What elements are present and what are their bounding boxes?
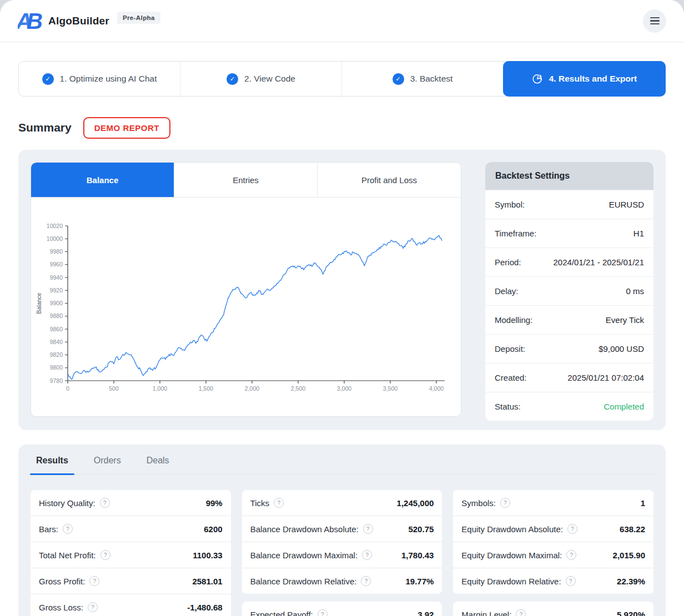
- settings-row-value: EURUSD: [609, 200, 644, 209]
- settings-row-value: $9,000 USD: [598, 344, 644, 354]
- x-tick-label: 2,000: [245, 385, 259, 392]
- stat-label-text: Gross Profit:: [39, 577, 85, 586]
- settings-row-label: Created:: [495, 373, 527, 382]
- stat-row: Balance Drawdown Maximal:?1,780.43: [242, 542, 442, 568]
- pie-chart-icon: [532, 73, 543, 84]
- y-tick-label: 9880: [50, 312, 63, 319]
- help-icon[interactable]: ?: [274, 498, 284, 508]
- help-icon[interactable]: ?: [100, 498, 110, 508]
- settings-row-label: Status:: [495, 402, 521, 411]
- stat-row: Gross Loss:?-1,480.68: [31, 594, 231, 616]
- check-circle-icon: ✓: [42, 73, 54, 85]
- settings-row-label: Timeframe:: [495, 229, 536, 238]
- demo-report-button[interactable]: DEMO REPORT: [83, 117, 170, 139]
- wizard-stepper: ✓1. Optimize using AI Chat✓2. View Code✓…: [18, 61, 666, 97]
- chart-tab-balance[interactable]: Balance: [31, 163, 174, 197]
- check-circle-icon: ✓: [227, 73, 238, 85]
- stat-label: Expected Payoff:?: [250, 609, 328, 616]
- stat-label: Balance Drawdown Maximal:?: [250, 550, 372, 560]
- stat-group: History Quality:?99%Bars:?6200Total Net …: [31, 490, 231, 616]
- help-icon[interactable]: ?: [63, 524, 73, 534]
- stat-label: Gross Profit:?: [39, 576, 99, 586]
- help-icon[interactable]: ?: [362, 550, 372, 560]
- y-tick-label: 9820: [50, 351, 63, 358]
- settings-row-label: Delay:: [495, 286, 519, 296]
- stat-group: Expected Payoff:?3.92: [242, 602, 442, 616]
- backtest-settings-rows: Symbol:EURUSDTimeframe:H1Period:2024/01/…: [485, 190, 653, 421]
- help-icon[interactable]: ?: [516, 609, 526, 616]
- help-icon[interactable]: ?: [363, 524, 373, 534]
- help-icon[interactable]: ?: [567, 524, 577, 534]
- results-card: ResultsOrdersDeals History Quality:?99%B…: [18, 445, 666, 616]
- stat-row: Expected Payoff:?3.92: [242, 602, 442, 616]
- help-icon[interactable]: ?: [500, 498, 510, 508]
- svg-text:B: B: [27, 11, 43, 32]
- stepper-step-label: 1. Optimize using AI Chat: [60, 74, 157, 84]
- x-tick-label: 1,000: [153, 385, 167, 392]
- stepper-step-label: 4. Results and Export: [549, 74, 637, 84]
- settings-row-value: H1: [633, 229, 644, 238]
- stepper-step-2[interactable]: ✓2. View Code: [180, 62, 342, 96]
- help-icon[interactable]: ?: [566, 576, 576, 586]
- chart-tab-profit-and-loss[interactable]: Profit and Loss: [318, 163, 461, 197]
- stat-label-text: Equity Drawdown Relative:: [461, 577, 561, 586]
- settings-row-label: Symbol:: [495, 200, 525, 209]
- stepper-step-1[interactable]: ✓1. Optimize using AI Chat: [19, 62, 180, 96]
- y-tick-label: 9860: [50, 326, 63, 332]
- stat-label: Equity Drawdown Relative:?: [461, 576, 575, 586]
- help-icon[interactable]: ?: [88, 602, 98, 612]
- stat-value: 1: [641, 498, 645, 508]
- x-tick-label: 3,000: [337, 385, 351, 392]
- settings-row: Delay:0 ms: [485, 276, 653, 305]
- stats-column-1: History Quality:?99%Bars:?6200Total Net …: [31, 490, 231, 616]
- stepper-step-label: 3. Backtest: [410, 74, 453, 84]
- settings-row-value: 2024/01/21 - 2025/01/21: [554, 257, 644, 267]
- stat-row: Total Net Profit:?1100.33: [31, 542, 231, 568]
- stat-label-text: Balance Drawdown Absolute:: [250, 524, 359, 534]
- stat-group: Symbols:?1Equity Drawdown Absolute:?638.…: [453, 490, 653, 594]
- stepper-step-label: 2. View Code: [244, 74, 295, 84]
- stat-label: Bars:?: [39, 524, 73, 534]
- help-icon[interactable]: ?: [100, 550, 110, 560]
- stat-row: Bars:?6200: [31, 516, 231, 542]
- stat-value: 1,780.43: [401, 551, 434, 560]
- chart-panel: BalanceEntriesProfit and Loss 9780980098…: [31, 162, 461, 417]
- settings-row-value: Completed: [603, 402, 644, 411]
- stat-value: 1100.33: [193, 551, 222, 560]
- algobuilder-app: { "header": { "brand": "AlgoBuilder", "b…: [0, 0, 684, 616]
- chart-body: 9780980098209840986098809900992099409960…: [31, 198, 461, 416]
- x-tick-label: 2,500: [291, 385, 305, 392]
- stepper-step-3[interactable]: ✓3. Backtest: [342, 62, 504, 96]
- stat-label-text: Ticks: [250, 498, 269, 508]
- stepper-step-4[interactable]: 4. Results and Export: [503, 61, 666, 97]
- help-icon[interactable]: ?: [566, 550, 576, 560]
- results-tab-deals[interactable]: Deals: [147, 456, 169, 474]
- stat-row: Equity Drawdown Maximal:?2,015.90: [453, 542, 653, 568]
- y-tick-label: 9840: [50, 339, 63, 345]
- stat-label: History Quality:?: [39, 498, 110, 508]
- balance-line-chart: 9780980098209840986098809900992099409960…: [31, 198, 461, 416]
- results-tab-orders[interactable]: Orders: [94, 456, 121, 474]
- algobuilder-logo-icon: A B: [18, 11, 43, 32]
- help-icon[interactable]: ?: [318, 609, 328, 616]
- stat-value: 2581.01: [192, 577, 222, 586]
- results-tab-results[interactable]: Results: [36, 456, 68, 474]
- y-tick-label: 9940: [50, 274, 63, 281]
- backtest-settings-panel: Backtest Settings Symbol:EURUSDTimeframe…: [485, 162, 653, 421]
- hamburger-menu-button[interactable]: [643, 9, 666, 33]
- page-title: Summary: [18, 121, 72, 134]
- brand-name: AlgoBuilder: [48, 15, 109, 27]
- stat-label: Equity Drawdown Absolute:?: [461, 524, 577, 534]
- y-tick-label: 9960: [50, 261, 63, 267]
- help-icon[interactable]: ?: [89, 576, 99, 586]
- stat-label: Balance Drawdown Relative:?: [250, 576, 371, 586]
- y-tick-label: 9900: [50, 300, 63, 306]
- stat-group: Margin Level:?5,920%: [453, 602, 653, 616]
- stat-label-text: Balance Drawdown Maximal:: [250, 551, 358, 560]
- y-tick-label: 9800: [50, 364, 63, 371]
- stat-value: 1,245,000: [397, 498, 434, 508]
- chart-tab-entries[interactable]: Entries: [174, 163, 318, 197]
- help-icon[interactable]: ?: [361, 576, 371, 586]
- results-tab-bar: ResultsOrdersDeals: [31, 456, 653, 474]
- stat-value: 2,015.90: [613, 551, 645, 560]
